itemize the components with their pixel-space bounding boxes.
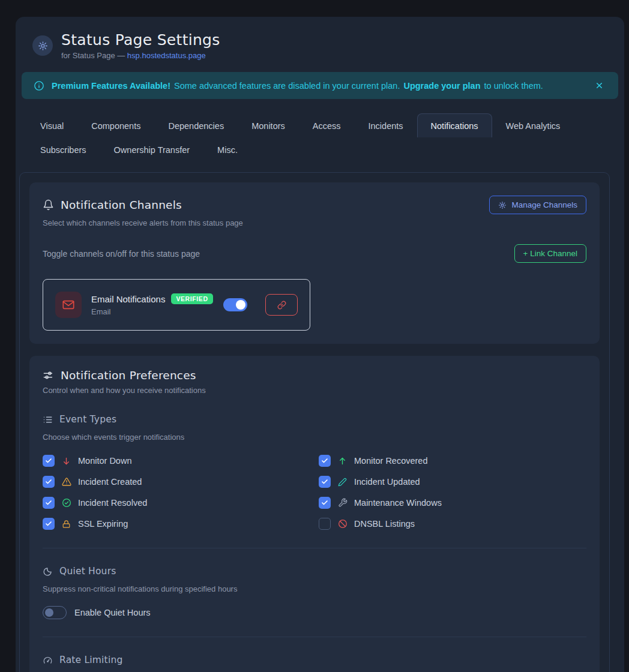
check-icon (45, 520, 52, 527)
gear-icon (38, 41, 48, 51)
list-icon (43, 415, 53, 425)
event-type-label: Monitor Recovered (354, 456, 428, 466)
close-icon (595, 81, 604, 90)
checkbox[interactable] (43, 455, 55, 467)
event-type-label: Incident Created (78, 477, 142, 487)
email-channel-card: Email Notifications VERIFIED Email (43, 279, 310, 331)
manage-channels-button[interactable]: Manage Channels (489, 196, 586, 214)
checkbox[interactable] (319, 455, 331, 467)
checkbox[interactable] (43, 497, 55, 509)
event-type-label: Incident Resolved (78, 498, 147, 508)
check-icon (45, 499, 52, 506)
event-type-dnsbl-listings[interactable]: DNSBL Listings (319, 517, 586, 530)
banner-title: Premium Features Available! (52, 81, 170, 91)
tab-components[interactable]: Components (77, 113, 154, 137)
upgrade-plan-link[interactable]: Upgrade your plan (403, 81, 480, 91)
event-type-incident-updated[interactable]: Incident Updated (319, 475, 586, 488)
event-type-monitor-down[interactable]: Monitor Down (43, 454, 319, 467)
page-header: Status Page Settings for Status Page — h… (16, 17, 624, 70)
check-icon (321, 457, 328, 464)
tab-monitors[interactable]: Monitors (238, 113, 299, 137)
premium-banner: Premium Features Available! Some advance… (22, 72, 618, 99)
page-subtitle: for Status Page — (61, 51, 127, 60)
verified-badge: VERIFIED (171, 293, 212, 304)
settings-gear-badge (32, 35, 53, 56)
bell-icon (43, 199, 54, 211)
preferences-section-subtitle: Control when and how you receive notific… (43, 386, 586, 395)
settings-panel: Status Page Settings for Status Page — h… (16, 17, 624, 672)
checkbox[interactable] (319, 518, 331, 530)
check-icon (321, 478, 328, 485)
event-type-maintenance-windows[interactable]: Maintenance Windows (319, 496, 586, 509)
check-icon (45, 478, 52, 485)
unlink-channel-button[interactable] (265, 294, 298, 316)
event-type-label: Incident Updated (354, 477, 420, 487)
event-types-title: Event Types (59, 414, 116, 425)
tab-misc[interactable]: Misc. (203, 137, 251, 161)
quiet-hours-toggle-label: Enable Quiet Hours (74, 608, 151, 617)
gauge-icon (43, 655, 53, 665)
preferences-section-title: Notification Preferences (61, 369, 196, 382)
event-type-label: Maintenance Windows (354, 498, 442, 508)
tab-notifications[interactable]: Notifications (417, 113, 492, 137)
checkbox[interactable] (43, 518, 55, 530)
event-types-subtitle: Choose which events trigger notification… (43, 433, 586, 442)
banner-close-button[interactable] (592, 79, 606, 92)
tools-icon (337, 498, 348, 508)
ban-icon (337, 519, 348, 529)
link-icon (277, 301, 286, 310)
status-page-link[interactable]: hsp.hostedstatus.page (127, 51, 206, 60)
event-type-label: SSL Expiring (78, 519, 128, 529)
mail-icon (62, 298, 75, 311)
arrow-up-icon (337, 457, 348, 466)
tab-access[interactable]: Access (299, 113, 355, 137)
pencil-icon (337, 478, 348, 487)
notification-preferences-card: Notification Preferences Control when an… (29, 356, 600, 672)
banner-suffix: to unlock them. (484, 81, 543, 91)
channel-name: Email Notifications (91, 294, 165, 304)
channels-section-title: Notification Channels (61, 199, 182, 211)
tab-visual[interactable]: Visual (26, 113, 77, 137)
page-title: Status Page Settings (61, 31, 220, 49)
event-type-ssl-expiring[interactable]: SSL Expiring (43, 517, 319, 530)
checkbox[interactable] (319, 497, 331, 509)
lock-icon (61, 520, 71, 529)
notifications-tab-content: Notification Channels Manage Channels Se… (19, 172, 610, 672)
sliders-icon (43, 370, 54, 381)
link-channel-button[interactable]: + Link Channel (514, 244, 586, 263)
tab-dependencies[interactable]: Dependencies (154, 113, 238, 137)
event-type-incident-resolved[interactable]: Incident Resolved (43, 496, 319, 509)
info-icon (34, 80, 44, 91)
settings-tab-bar: Visual Components Dependencies Monitors … (26, 113, 618, 161)
checkbox[interactable] (319, 476, 331, 488)
quiet-hours-toggle[interactable] (43, 606, 67, 619)
event-types-grid: Monitor Down Monitor Recovered Incident … (43, 454, 586, 530)
toggle-knob (45, 608, 53, 617)
check-circle-icon (61, 498, 71, 508)
check-icon (45, 457, 52, 464)
banner-body: Some advanced features are disabled in y… (174, 81, 400, 91)
tab-incidents[interactable]: Incidents (355, 113, 417, 137)
event-type-incident-created[interactable]: Incident Created (43, 475, 319, 488)
section-divider (43, 637, 586, 637)
event-type-label: DNSBL Listings (354, 519, 415, 529)
section-divider (43, 548, 586, 548)
moon-icon (43, 566, 53, 577)
tab-subscribers[interactable]: Subscribers (26, 137, 100, 161)
quiet-hours-subtitle: Suppress non-critical notifications duri… (43, 584, 586, 593)
checkbox[interactable] (43, 476, 55, 488)
email-channel-avatar (55, 292, 82, 318)
event-type-monitor-recovered[interactable]: Monitor Recovered (319, 454, 586, 467)
tab-ownership-transfer[interactable]: Ownership Transfer (100, 137, 204, 161)
check-icon (321, 499, 328, 506)
gear-icon (498, 201, 507, 209)
tab-web-analytics[interactable]: Web Analytics (492, 113, 574, 137)
manage-channels-label: Manage Channels (511, 200, 577, 209)
event-type-label: Monitor Down (78, 456, 131, 466)
rate-limiting-title: Rate Limiting (59, 655, 122, 665)
toggle-knob (236, 300, 245, 310)
banner-message: Premium Features Available! Some advance… (52, 81, 547, 91)
quiet-hours-title: Quiet Hours (59, 566, 116, 577)
email-channel-toggle[interactable] (223, 298, 247, 311)
arrow-down-icon (61, 457, 71, 466)
